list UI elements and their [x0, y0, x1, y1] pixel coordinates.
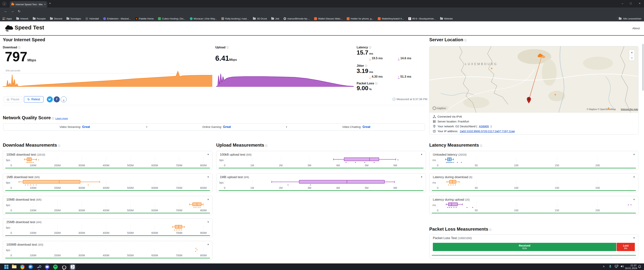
info-icon[interactable]: ⓘ: [265, 144, 268, 147]
bookmark-item[interactable]: Palette Home: [135, 17, 154, 20]
chevron-down-icon[interactable]: ▼: [420, 176, 423, 178]
twitter-share-button[interactable]: [47, 96, 53, 102]
bookmark-item[interactable]: Movacar | One Way...: [190, 17, 217, 20]
progress-bar: [5, 168, 210, 168]
back-button[interactable]: ←: [4, 9, 7, 13]
ip-card-icon: [433, 130, 436, 133]
ip-link[interactable]: 2a02:3102:8500:3720:2117:2a07:7197:11ae: [460, 129, 515, 133]
info-icon[interactable]: ⓘ: [489, 228, 492, 231]
info-icon[interactable]: ⓘ: [226, 46, 229, 49]
tab-search-button[interactable]: ⌄: [2, 1, 7, 6]
bookmark-item[interactable]: manuc66/node-hp-...: [284, 17, 310, 20]
spotify-icon[interactable]: [53, 264, 58, 269]
new-tab-button[interactable]: +: [49, 2, 51, 5]
chevron-down-icon[interactable]: ▼: [207, 221, 209, 223]
info-icon[interactable]: ⓘ: [464, 39, 466, 42]
x-axis: 0100M200M300M400M500M600M700M800M: [10, 209, 207, 212]
latency-value: 15.7: [357, 49, 368, 56]
taskbar-clock[interactable]: 21:3718.01.2024: [625, 264, 636, 270]
overwatch-icon[interactable]: [61, 264, 66, 269]
server-icon: [433, 120, 436, 123]
pause-button[interactable]: Pause: [4, 96, 22, 102]
server-map[interactable]: LUXEMBOURG + −: [430, 46, 638, 113]
window-close-button[interactable]: ×: [637, 2, 642, 5]
tray-expand-icon[interactable]: ∧: [603, 265, 605, 268]
page-title: Speed Test: [14, 24, 44, 31]
page-scrollbar[interactable]: [642, 44, 644, 91]
learn-more-link[interactable]: Learn more: [56, 117, 68, 120]
info-icon[interactable]: ⓘ: [369, 46, 371, 49]
bookmark-item[interactable]: Heimdall: [85, 17, 99, 20]
start-button[interactable]: [4, 264, 9, 269]
tab-close-icon[interactable]: ×: [44, 3, 46, 6]
facebook-share-button[interactable]: f: [54, 96, 60, 102]
map-zoom-controls[interactable]: + −: [629, 50, 635, 61]
window-maximize-button[interactable]: □: [628, 2, 634, 5]
notification-bell-icon[interactable]: [638, 265, 641, 269]
thunderbird-icon[interactable]: [28, 264, 33, 269]
forward-button[interactable]: →: [11, 9, 14, 13]
progress-bar: [219, 190, 424, 191]
chevron-down-icon[interactable]: ▼: [207, 176, 209, 178]
bookmark-item[interactable]: Wallet Glasses Watc...: [314, 17, 342, 20]
chevron-down-icon[interactable]: ▼: [207, 198, 209, 201]
steam-icon[interactable]: [36, 264, 41, 269]
download-results-button[interactable]: ↓: [61, 96, 67, 102]
jitter-download-sub: ↓ 4.30 ms: [369, 75, 383, 78]
info-icon[interactable]: ⓘ: [52, 117, 54, 120]
retest-button[interactable]: ↻Retest: [24, 96, 44, 102]
asn-link[interactable]: AS6805: [479, 125, 489, 128]
info-icon[interactable]: ⓘ: [480, 144, 482, 147]
chrome-icon[interactable]: [20, 264, 25, 269]
sharex-icon[interactable]: [70, 264, 75, 269]
upload-value-row: 6.41Mbps: [215, 55, 237, 62]
rally-icon: [221, 17, 224, 20]
mapbox-logo[interactable]: mapbox: [432, 106, 448, 110]
info-icon[interactable]: ⓘ: [18, 46, 20, 49]
running-indicator: [22, 269, 23, 270]
chevron-down-icon[interactable]: ▼: [420, 153, 423, 156]
about-link[interactable]: About: [632, 27, 640, 30]
chevron-down-icon[interactable]: ▼: [633, 198, 635, 201]
info-icon[interactable]: ⓘ: [365, 65, 367, 67]
bookmark-item[interactable]: Website: [440, 17, 453, 20]
window-minimize-button[interactable]: –: [620, 2, 625, 5]
bookmark-item[interactable]: Sonstiges: [66, 17, 81, 20]
info-icon[interactable]: ⓘ: [375, 82, 378, 85]
microphone-icon[interactable]: [609, 265, 612, 269]
bookmark-item[interactable]: Job: [271, 17, 279, 20]
apps-grid-icon: [2, 17, 5, 20]
bookmark-item[interactable]: Holder for phone, g...: [347, 17, 374, 20]
all-bookmarks[interactable]: Alle Lesezeichen: [617, 17, 642, 20]
file-explorer-icon[interactable]: [12, 264, 17, 269]
chevron-down-icon[interactable]: ▼: [633, 176, 635, 178]
info-icon[interactable]: ⓘ: [58, 144, 60, 147]
bookmark-item[interactable]: Cubes Hosting | Dis...: [158, 17, 185, 20]
download-label: Downloadⓘ: [3, 46, 20, 49]
bookmark-item[interactable]: Z99 €—Boutiquehote...: [408, 17, 436, 20]
printables-icon: [378, 17, 380, 20]
panel-count: (6/6): [36, 198, 42, 201]
volume-icon[interactable]: [620, 265, 624, 268]
browser-tab[interactable]: Internet Speed Test - Measure... ×: [10, 1, 47, 8]
bookmark-item[interactable]: 3D Druck: [253, 17, 267, 20]
bookmark-apps[interactable]: Apps: [2, 17, 12, 20]
improve-map-link[interactable]: Improve this map: [621, 108, 638, 111]
bookmark-item[interactable]: Artwork: [16, 17, 28, 20]
chevron-down-icon[interactable]: ▼: [207, 243, 209, 246]
boxplot: [430, 179, 638, 186]
bookmark-item[interactable]: Rezepte: [33, 17, 46, 20]
bookmark-item[interactable]: Discord: [50, 17, 62, 20]
bookmark-item[interactable]: Rally booking | road...: [221, 17, 249, 20]
reload-button[interactable]: ↻: [18, 9, 20, 13]
chevron-down-icon[interactable]: ▼: [633, 153, 635, 156]
bookmark-item[interactable]: Entdecken - Mastod...: [103, 17, 131, 20]
boxplot: [3, 157, 212, 164]
network-icon[interactable]: [615, 265, 618, 269]
chevron-down-icon[interactable]: ▼: [633, 237, 635, 239]
bookmark-item[interactable]: Wallet/key/watch h...: [378, 17, 404, 20]
discord-icon[interactable]: [44, 264, 50, 269]
boxplot: [3, 247, 212, 254]
progress-bar: [5, 190, 210, 191]
chevron-down-icon[interactable]: ▼: [207, 153, 209, 156]
